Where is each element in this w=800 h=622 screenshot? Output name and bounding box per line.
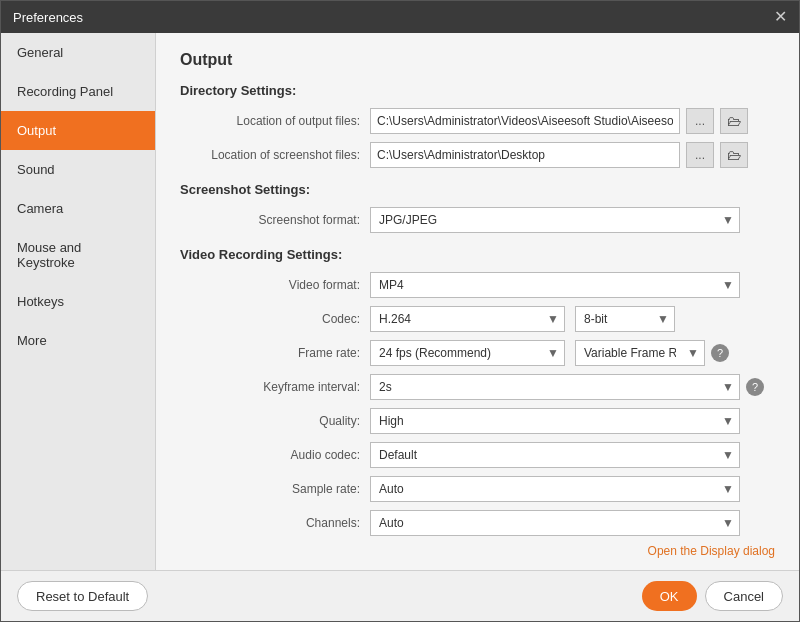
keyframe-control: 2s 1s 5s ▼ ?	[370, 374, 775, 400]
screenshot-folder-button[interactable]: 🗁	[720, 142, 748, 168]
output-files-label: Location of output files:	[180, 114, 370, 128]
output-dots-button[interactable]: ...	[686, 108, 714, 134]
bit-wrap: 8-bit 10-bit ▼	[575, 306, 675, 332]
screenshot-settings-title: Screenshot Settings:	[180, 182, 775, 197]
video-settings-title: Video Recording Settings:	[180, 247, 775, 262]
output-files-control: ... 🗁	[370, 108, 775, 134]
screenshot-files-label: Location of screenshot files:	[180, 148, 370, 162]
main-content: Output Directory Settings: Location of o…	[156, 33, 799, 570]
preferences-window: Preferences ✕ General Recording Panel Ou…	[0, 0, 800, 622]
sidebar-item-sound[interactable]: Sound	[1, 150, 155, 189]
screenshot-format-wrap: JPG/JPEG PNG BMP GIF ▼	[370, 207, 740, 233]
screenshot-format-control: JPG/JPEG PNG BMP GIF ▼	[370, 207, 775, 233]
audio-codec-control: Default AAC MP3 ▼	[370, 442, 775, 468]
content-area: General Recording Panel Output Sound Cam…	[1, 33, 799, 570]
keyframe-row: Keyframe interval: 2s 1s 5s ▼ ?	[180, 374, 775, 400]
screenshot-dots-button[interactable]: ...	[686, 142, 714, 168]
keyframe-select[interactable]: 2s 1s 5s	[370, 374, 740, 400]
video-format-select[interactable]: MP4 AVI MOV	[370, 272, 740, 298]
channels-label: Channels:	[180, 516, 370, 530]
reset-button[interactable]: Reset to Default	[17, 581, 148, 611]
codec-select[interactable]: H.264 H.265	[370, 306, 565, 332]
sidebar-item-hotkeys[interactable]: Hotkeys	[1, 282, 155, 321]
close-button[interactable]: ✕	[774, 9, 787, 25]
keyframe-help-icon[interactable]: ?	[746, 378, 764, 396]
sidebar-item-recording-panel[interactable]: Recording Panel	[1, 72, 155, 111]
keyframe-label: Keyframe interval:	[180, 380, 370, 394]
output-files-input[interactable]	[370, 108, 680, 134]
sidebar: General Recording Panel Output Sound Cam…	[1, 33, 156, 570]
quality-wrap: High Medium Low ▼	[370, 408, 740, 434]
sample-rate-label: Sample rate:	[180, 482, 370, 496]
channels-wrap: Auto Mono Stereo ▼	[370, 510, 740, 536]
audio-codec-select[interactable]: Default AAC MP3	[370, 442, 740, 468]
codec-row: Codec: H.264 H.265 ▼ 8-bit 10-bit	[180, 306, 775, 332]
audio-codec-wrap: Default AAC MP3 ▼	[370, 442, 740, 468]
variable-wrap: Variable Frame Rate Constant Frame Rate …	[575, 340, 705, 366]
display-dialog-row: Open the Display dialog	[180, 544, 775, 558]
frame-rate-label: Frame rate:	[180, 346, 370, 360]
screenshot-format-label: Screenshot format:	[180, 213, 370, 227]
frame-rate-row: Frame rate: 24 fps (Recommend) 30 fps 60…	[180, 340, 775, 366]
channels-control: Auto Mono Stereo ▼	[370, 510, 775, 536]
channels-row: Channels: Auto Mono Stereo ▼	[180, 510, 775, 536]
directory-settings-title: Directory Settings:	[180, 83, 775, 98]
sidebar-item-output[interactable]: Output	[1, 111, 155, 150]
codec-label: Codec:	[180, 312, 370, 326]
sample-rate-wrap: Auto 44100 Hz 48000 Hz ▼	[370, 476, 740, 502]
codec-control: H.264 H.265 ▼ 8-bit 10-bit ▼	[370, 306, 775, 332]
screenshot-format-row: Screenshot format: JPG/JPEG PNG BMP GIF …	[180, 207, 775, 233]
page-title: Output	[180, 51, 775, 69]
codec-wrap: H.264 H.265 ▼	[370, 306, 565, 332]
bit-select[interactable]: 8-bit 10-bit	[575, 306, 675, 332]
keyframe-wrap: 2s 1s 5s ▼	[370, 374, 740, 400]
sidebar-item-general[interactable]: General	[1, 33, 155, 72]
screenshot-files-input[interactable]	[370, 142, 680, 168]
sidebar-item-more[interactable]: More	[1, 321, 155, 360]
sample-rate-row: Sample rate: Auto 44100 Hz 48000 Hz ▼	[180, 476, 775, 502]
sidebar-item-camera[interactable]: Camera	[1, 189, 155, 228]
ok-button[interactable]: OK	[642, 581, 697, 611]
screenshot-files-control: ... 🗁	[370, 142, 775, 168]
frame-rate-help-icon[interactable]: ?	[711, 344, 729, 362]
variable-select[interactable]: Variable Frame Rate Constant Frame Rate	[575, 340, 705, 366]
quality-select[interactable]: High Medium Low	[370, 408, 740, 434]
frame-rate-select[interactable]: 24 fps (Recommend) 30 fps 60 fps	[370, 340, 565, 366]
screenshot-files-row: Location of screenshot files: ... 🗁	[180, 142, 775, 168]
cancel-button[interactable]: Cancel	[705, 581, 783, 611]
display-dialog-link[interactable]: Open the Display dialog	[648, 544, 775, 558]
audio-codec-label: Audio codec:	[180, 448, 370, 462]
titlebar: Preferences ✕	[1, 1, 799, 33]
channels-select[interactable]: Auto Mono Stereo	[370, 510, 740, 536]
sidebar-item-mouse-and-keystroke[interactable]: Mouse and Keystroke	[1, 228, 155, 282]
video-format-wrap: MP4 AVI MOV ▼	[370, 272, 740, 298]
audio-codec-row: Audio codec: Default AAC MP3 ▼	[180, 442, 775, 468]
quality-label: Quality:	[180, 414, 370, 428]
footer: Reset to Default OK Cancel	[1, 570, 799, 621]
quality-control: High Medium Low ▼	[370, 408, 775, 434]
output-files-row: Location of output files: ... 🗁	[180, 108, 775, 134]
screenshot-format-select[interactable]: JPG/JPEG PNG BMP GIF	[370, 207, 740, 233]
frame-rate-control: 24 fps (Recommend) 30 fps 60 fps ▼ Varia…	[370, 340, 775, 366]
video-format-label: Video format:	[180, 278, 370, 292]
footer-right: OK Cancel	[642, 581, 783, 611]
video-format-control: MP4 AVI MOV ▼	[370, 272, 775, 298]
sample-rate-control: Auto 44100 Hz 48000 Hz ▼	[370, 476, 775, 502]
frame-rate-wrap: 24 fps (Recommend) 30 fps 60 fps ▼	[370, 340, 565, 366]
window-title: Preferences	[13, 10, 83, 25]
quality-row: Quality: High Medium Low ▼	[180, 408, 775, 434]
sample-rate-select[interactable]: Auto 44100 Hz 48000 Hz	[370, 476, 740, 502]
output-folder-button[interactable]: 🗁	[720, 108, 748, 134]
video-format-row: Video format: MP4 AVI MOV ▼	[180, 272, 775, 298]
